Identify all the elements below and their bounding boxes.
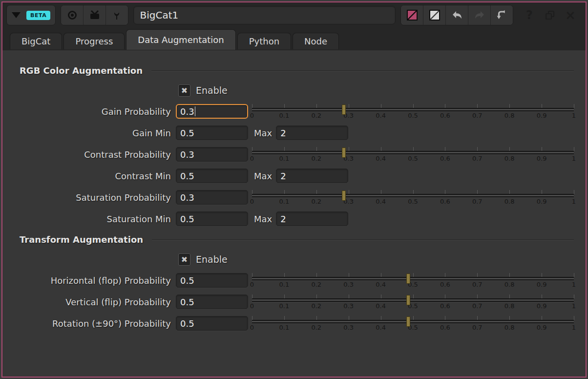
undo-button[interactable] [446,5,468,25]
float-window-button[interactable] [542,6,558,24]
slider-tick-label: 0.7 [472,198,483,205]
slider-tick [284,295,285,298]
slider-track[interactable] [252,108,574,111]
tab-bigcat[interactable]: BigCat [10,33,62,49]
horizontal-flop-input[interactable] [176,273,248,288]
slider-tick-label: 0 [250,198,254,205]
saturation-min-input[interactable] [176,211,248,226]
tab-progress[interactable]: Progress [63,33,125,49]
close-button[interactable]: × [562,6,579,24]
vertical-flip-input[interactable] [176,295,248,309]
tab-node[interactable]: Node [293,33,339,49]
slider-tick [284,190,285,194]
slider-tick-label: 0.1 [279,302,290,310]
vertical-flip-slider[interactable]: 00.10.20.30.40.50.60.70.80.91 [252,295,574,311]
tab-content-data-augmentation: RGB Color Augmentation ✖ Enable Gain Pro… [2,50,586,377]
slider-tick [445,190,445,194]
tab-data-augmentation[interactable]: Data Augmentation [126,29,235,50]
contrast-probability-input[interactable] [176,147,248,162]
transform-enable-checkbox[interactable]: ✖ [178,253,190,266]
slider-handle[interactable] [406,316,410,327]
node-name-input[interactable] [133,6,396,24]
slider-tick-label: 0.7 [472,281,483,288]
wrench-icon [112,10,123,21]
slider-tick-label: 0.6 [440,112,450,119]
slider-tick-label: 0.8 [504,155,515,162]
slider-tick-label: 0.7 [472,302,483,310]
slider-handle[interactable] [406,295,410,305]
slider-tick [381,316,381,320]
slider-tick-label: 0 [250,302,254,310]
slider-tick [542,104,542,108]
slider-tick [445,295,445,298]
slider-track[interactable] [252,320,574,323]
gain-probability-input[interactable]: 0.3 [176,104,248,119]
gl-color-button[interactable] [423,5,446,25]
saturation-probability-input[interactable] [176,190,248,205]
redo-button[interactable] [468,5,491,25]
slider-tick-label: 0.9 [537,155,547,162]
window-controls: ? × [521,6,579,24]
slider-tick [574,295,574,298]
slider-tick-label: 0.2 [311,281,321,288]
slider-handle[interactable] [342,147,346,158]
gain-max-input[interactable] [276,126,348,140]
slider-tick [316,147,317,151]
slider-tick-label: 0.9 [537,198,547,205]
rotation-slider[interactable]: 00.10.20.30.40.50.60.70.80.91 [252,316,574,333]
slider-tick [477,147,478,151]
saturation-probability-row: Saturation Probability 00.10.20.30.40.50… [2,190,586,205]
revert-button[interactable] [491,5,513,25]
contrast-max-input[interactable] [276,168,348,183]
tab-python[interactable]: Python [237,33,291,49]
slider-tick-label: 0.5 [408,155,418,162]
slider-track[interactable] [252,151,574,154]
monitor-button[interactable] [84,5,106,25]
transform-enable-label: Enable [196,254,228,265]
contrast-minmax-row: Contrast Min Max [2,168,586,183]
text-caret [195,106,195,116]
slider-handle[interactable] [342,105,346,115]
slider-handle[interactable] [342,190,346,201]
gl-color-swatch-icon [429,9,441,21]
contrast-probability-slider[interactable]: 00.10.20.30.40.50.60.70.80.91 [252,147,574,164]
slider-handle[interactable] [406,274,410,284]
slider-tick [349,147,349,151]
slider-tick-label: 0.3 [343,324,354,331]
saturation-max-input[interactable] [276,211,348,226]
slider-tick [284,273,285,277]
rotation-input[interactable] [176,316,248,331]
slider-tick-label: 0.4 [376,155,386,162]
slider-track[interactable] [252,277,574,280]
node-color-button[interactable] [401,5,423,25]
slider-tick [445,147,445,151]
horizontal-flop-row: Horizontal (flop) Probability 00.10.20.3… [2,273,586,288]
slider-tick [509,273,510,277]
slider-tick [509,147,510,151]
slider-tick [252,104,252,108]
undo-icon [451,10,463,21]
slider-track[interactable] [252,298,574,302]
saturation-probability-slider[interactable]: 00.10.20.30.40.50.60.70.80.91 [252,190,574,207]
slider-tick-label: 0.4 [376,112,386,119]
node-header-group: BETA [6,5,56,25]
max-label: Max [254,171,272,181]
help-button[interactable]: ? [521,6,538,24]
rgb-enable-checkbox[interactable]: ✖ [178,84,190,97]
param-label: Contrast Min [2,171,176,181]
slider-tick-label: 0.4 [376,302,386,310]
center-node-button[interactable] [61,5,84,25]
dropdown-triangle-icon[interactable] [12,12,21,18]
settings-button[interactable] [106,5,128,25]
slider-tick-label: 0.6 [440,324,450,331]
slider-tick [413,147,414,151]
slider-tick [509,316,510,320]
slider-tick [477,104,478,108]
param-label: Gain Min [2,128,176,138]
gain-min-input[interactable] [176,126,248,140]
contrast-min-input[interactable] [176,168,248,183]
gain-probability-slider[interactable]: 00.10.20.30.40.50.60.70.80.91 [252,104,574,121]
slider-tick [316,273,317,277]
slider-track[interactable] [252,194,574,197]
horizontal-flop-slider[interactable]: 00.10.20.30.40.50.60.70.80.91 [252,273,574,290]
